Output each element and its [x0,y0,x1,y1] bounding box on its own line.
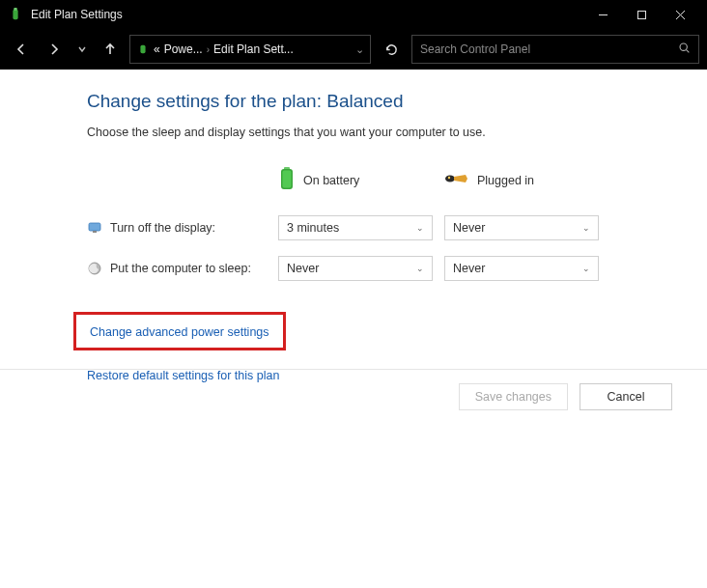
footer-buttons: Save changes Cancel [0,369,707,410]
display-battery-dropdown[interactable]: 3 minutes ⌄ [278,215,433,240]
plug-icon [444,172,469,188]
svg-rect-14 [89,223,100,231]
svg-line-8 [687,50,690,53]
display-label: Turn off the display: [87,220,278,236]
svg-rect-3 [637,11,645,18]
chevron-down-icon: ⌄ [582,223,590,233]
window-title: Edit Plan Settings [31,8,583,21]
display-battery-value: 3 minutes [287,221,416,235]
svg-rect-0 [13,10,17,20]
save-button[interactable]: Save changes [459,383,568,410]
chevron-down-icon: ⌄ [416,223,424,233]
sleep-plugged-dropdown[interactable]: Never ⌄ [444,256,599,281]
recent-dropdown-icon[interactable] [73,36,91,63]
highlight-box: Change advanced power settings [73,312,286,350]
minimize-button[interactable] [583,0,622,29]
breadcrumb-icon [136,42,150,56]
plugged-column-label: Plugged in [477,174,534,187]
display-icon [87,220,102,236]
column-headers: On battery Plugged in [87,166,692,194]
sleep-label-text: Put the computer to sleep: [110,262,251,275]
display-row: Turn off the display: 3 minutes ⌄ Never … [87,215,692,240]
breadcrumb-item-2[interactable]: Edit Plan Sett... [213,42,294,56]
display-plugged-dropdown[interactable]: Never ⌄ [444,215,599,240]
breadcrumb-prefix: « [154,42,160,56]
svg-rect-6 [140,45,145,54]
sleep-battery-value: Never [287,262,416,275]
svg-point-13 [448,177,450,179]
page-title: Change settings for the plan: Balanced [87,91,692,112]
sleep-label: Put the computer to sleep: [87,261,278,276]
chevron-down-icon: ⌄ [582,264,590,273]
sleep-battery-dropdown[interactable]: Never ⌄ [278,256,433,281]
battery-column-header: On battery [278,166,444,194]
battery-column-label: On battery [303,174,359,187]
search-input[interactable]: Search Control Panel [411,35,699,64]
chevron-down-icon: ⌄ [416,264,424,273]
titlebar: Edit Plan Settings [0,0,707,29]
svg-rect-15 [93,231,97,233]
search-icon[interactable] [678,42,691,57]
forward-button[interactable] [41,36,68,63]
breadcrumb-separator-icon: › [207,44,210,55]
svg-rect-1 [14,8,17,11]
svg-point-12 [445,176,455,182]
breadcrumb-item-1[interactable]: Powe... [164,42,203,56]
svg-point-7 [680,43,687,50]
sleep-icon [87,261,102,276]
advanced-settings-link[interactable]: Change advanced power settings [90,325,269,339]
content-area: Change settings for the plan: Balanced C… [0,70,707,399]
breadcrumb[interactable]: « Powe... › Edit Plan Sett... ⌄ [129,35,371,64]
back-button[interactable] [8,36,35,63]
display-label-text: Turn off the display: [110,221,215,235]
sleep-row: Put the computer to sleep: Never ⌄ Never… [87,256,692,281]
cancel-button[interactable]: Cancel [580,383,672,410]
svg-rect-11 [283,171,292,188]
sleep-plugged-value: Never [453,262,582,275]
display-plugged-value: Never [453,221,582,235]
navbar: « Powe... › Edit Plan Sett... ⌄ Search C… [0,29,707,70]
up-button[interactable] [97,36,124,63]
close-button[interactable] [661,0,699,29]
search-placeholder: Search Control Panel [420,42,678,56]
refresh-button[interactable] [377,35,406,64]
page-subtitle: Choose the sleep and display settings th… [87,126,692,139]
plugged-column-header: Plugged in [444,172,589,188]
battery-icon [278,166,296,194]
chevron-down-icon[interactable]: ⌄ [355,43,364,56]
maximize-button[interactable] [622,0,661,29]
advanced-link-row: Change advanced power settings [87,312,692,350]
app-icon [8,7,23,22]
